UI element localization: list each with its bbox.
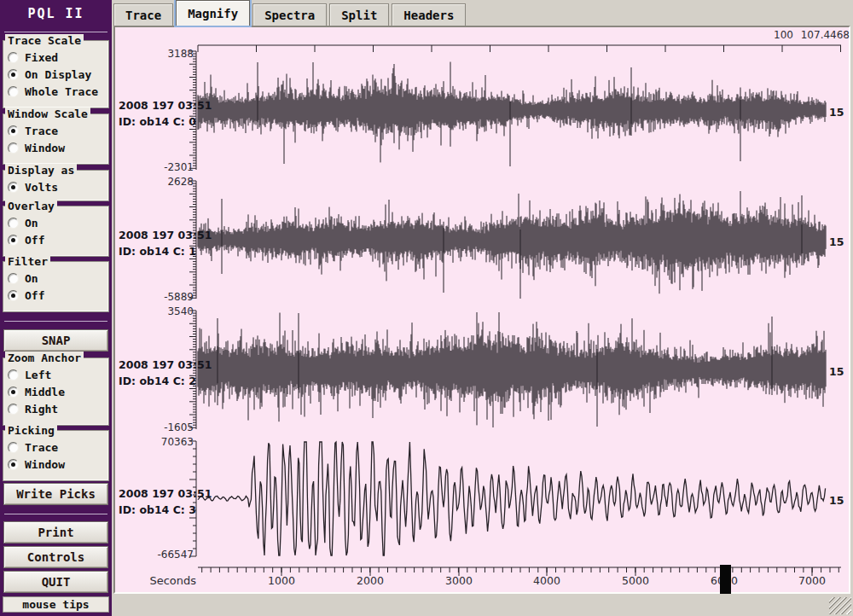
radio-filter-off[interactable]: [8, 290, 19, 301]
option-label: Window: [25, 142, 65, 154]
tab-split[interactable]: Split: [329, 3, 389, 26]
option-label: Off: [25, 289, 44, 302]
option-label: On Display: [25, 68, 91, 81]
write-picks-button[interactable]: Write Picks: [3, 483, 108, 505]
trace3-ymax: 70363: [136, 436, 194, 448]
option-ws-window[interactable]: Window: [5, 139, 107, 156]
option-label: Whole Trace: [25, 85, 98, 98]
group-picking: Picking Trace Window: [3, 430, 109, 481]
separator: [4, 514, 107, 514]
trace2-gain-label: 15: [829, 365, 850, 378]
trace2-header: 2008 197 03:51 ID: ob14 C: 2: [119, 357, 212, 389]
trace2-ymax: 3540: [136, 305, 194, 317]
magnify-ruler-value-a: 100: [751, 29, 793, 41]
option-fixed[interactable]: Fixed: [5, 49, 107, 66]
option-filter-off[interactable]: Off: [5, 287, 107, 304]
radio-anchor-middle[interactable]: [8, 386, 19, 398]
radio-whole-trace[interactable]: [8, 86, 19, 97]
radio-overlay-off[interactable]: [8, 235, 19, 246]
option-label: Window: [25, 458, 65, 471]
group-label: Overlay: [5, 200, 57, 212]
option-label: On: [25, 272, 38, 285]
option-filter-on[interactable]: On: [5, 270, 107, 287]
time-cursor-marker[interactable]: [720, 565, 731, 594]
option-anchor-middle[interactable]: Middle: [5, 383, 107, 400]
group-label: Trace Scale: [5, 34, 84, 47]
tab-label: Split: [341, 9, 377, 22]
tab-label: Magnify: [188, 7, 238, 20]
radio-fixed[interactable]: [8, 52, 19, 63]
xaxis-unit-label: Seconds: [128, 574, 196, 587]
radio-on-display[interactable]: [8, 69, 19, 80]
option-label: Off: [25, 234, 44, 247]
trace-id: ID: ob14 C: 2: [119, 373, 212, 389]
tab-magnify[interactable]: Magnify: [176, 0, 250, 26]
radio-picking-trace[interactable]: [8, 442, 19, 453]
separator: [4, 321, 107, 322]
trace1-header: 2008 197 03:51 ID: ob14 C: 1: [119, 227, 212, 259]
radio-ws-window[interactable]: [8, 142, 19, 154]
tab-label: Headers: [403, 9, 454, 22]
xtick-4000: 4000: [525, 574, 569, 587]
group-trace-scale: Trace Scale Fixed On Display Whole Trace: [3, 40, 109, 108]
option-label: Left: [25, 369, 51, 381]
trace0-ymin: -2301: [136, 161, 194, 173]
trace-id: ID: ob14 C: 3: [119, 502, 212, 518]
radio-anchor-left[interactable]: [8, 369, 19, 381]
option-picking-trace[interactable]: Trace: [5, 439, 107, 456]
print-button[interactable]: Print: [3, 521, 108, 543]
trace-id: ID: ob14 C: 1: [119, 243, 212, 259]
magnify-ruler-value-b: 107.4468: [793, 29, 850, 41]
trace-id: ID: ob14 C: 0: [119, 113, 212, 130]
option-picking-window[interactable]: Window: [5, 456, 107, 473]
trace-timestamp: 2008 197 03:51: [119, 97, 212, 113]
group-overlay: Overlay On Off: [3, 206, 109, 257]
trace0-gain-label: 15: [829, 106, 850, 119]
tab-bar: Trace Magnify Spectra Split Headers: [113, 0, 853, 26]
quit-button[interactable]: QUIT: [3, 571, 108, 593]
radio-filter-on[interactable]: [8, 273, 19, 284]
separator: [4, 32, 107, 32]
option-anchor-left[interactable]: Left: [5, 366, 107, 383]
radio-volts[interactable]: [8, 182, 19, 193]
option-overlay-off[interactable]: Off: [5, 231, 107, 248]
app-title: PQL II: [0, 6, 112, 21]
group-label: Zoom Anchor: [5, 352, 84, 364]
tab-spectra[interactable]: Spectra: [252, 3, 327, 26]
radio-ws-trace[interactable]: [8, 125, 19, 137]
trace0-header: 2008 197 03:51 ID: ob14 C: 0: [119, 97, 212, 130]
trace3-ymin: -66547: [136, 549, 194, 561]
radio-overlay-on[interactable]: [8, 218, 19, 229]
snap-button[interactable]: SNAP: [3, 329, 108, 352]
option-label: Middle: [25, 386, 65, 398]
option-label: Volts: [25, 181, 58, 194]
option-ws-trace[interactable]: Trace: [5, 122, 107, 139]
controls-button[interactable]: Controls: [3, 546, 108, 568]
group-display-as: Display as Volts: [3, 170, 109, 201]
radio-picking-window[interactable]: [8, 459, 19, 470]
option-on-display[interactable]: On Display: [5, 66, 107, 83]
xtick-5000: 5000: [613, 574, 658, 587]
option-volts[interactable]: Volts: [5, 178, 107, 195]
group-zoom-anchor: Zoom Anchor Left Middle Right: [3, 357, 109, 426]
option-label: Trace: [25, 125, 58, 137]
tab-label: Spectra: [264, 9, 315, 22]
group-filter: Filter On Off: [3, 261, 109, 312]
radio-anchor-right[interactable]: [8, 404, 19, 415]
tab-trace[interactable]: Trace: [113, 3, 173, 26]
trace2-ymin: -1605: [136, 421, 194, 433]
resize-grip[interactable]: [829, 597, 851, 614]
option-whole-trace[interactable]: Whole Trace: [5, 83, 107, 100]
trace1-ymin: -5889: [136, 291, 194, 303]
option-anchor-right[interactable]: Right: [5, 400, 107, 417]
group-label: Window Scale: [5, 108, 90, 120]
mouse-tips-label[interactable]: mouse tips: [3, 596, 109, 613]
option-overlay-on[interactable]: On: [5, 214, 107, 231]
tab-headers[interactable]: Headers: [392, 3, 466, 26]
trace-timestamp: 2008 197 03:51: [119, 485, 212, 502]
trace-timestamp: 2008 197 03:51: [119, 357, 212, 373]
trace3-header: 2008 197 03:51 ID: ob14 C: 3: [119, 485, 212, 518]
option-label: Fixed: [25, 51, 58, 64]
option-label: Trace: [25, 441, 58, 454]
xtick-3000: 3000: [437, 574, 481, 587]
